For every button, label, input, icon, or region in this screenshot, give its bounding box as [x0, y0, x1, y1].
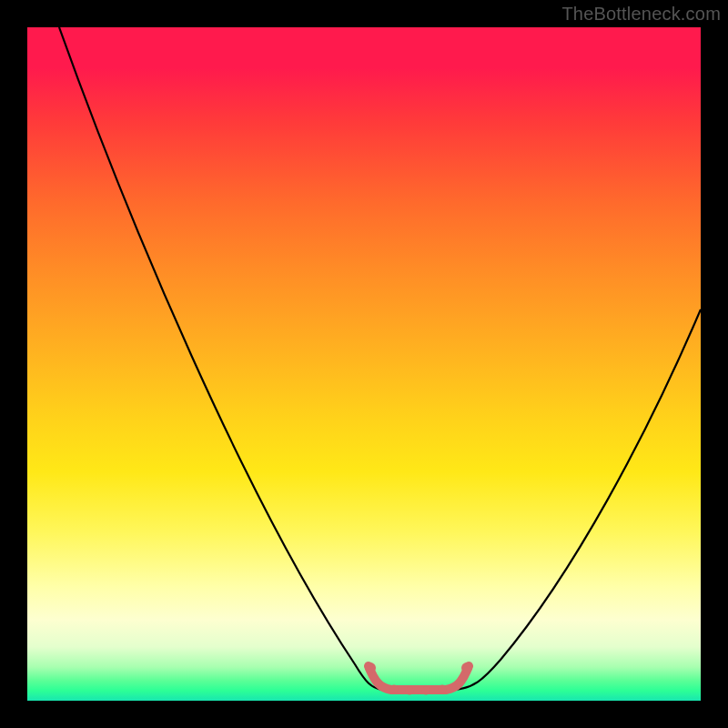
optimal-band-dot-a — [390, 685, 399, 693]
optimal-band-dot-b — [406, 687, 414, 695]
chart-frame: TheBottleneck.com — [0, 0, 728, 728]
curve-svg — [27, 27, 701, 701]
optimal-band-dot-left — [365, 662, 376, 673]
bottleneck-curve-right — [455, 309, 701, 690]
optimal-band-marker — [369, 666, 469, 690]
watermark-text: TheBottleneck.com — [561, 4, 721, 25]
optimal-band-dot-d — [439, 685, 447, 693]
bottleneck-curve-left — [59, 27, 382, 690]
optimal-band-dot-c — [422, 687, 430, 695]
plot-area — [27, 27, 701, 701]
optimal-band-dot-right — [461, 662, 472, 673]
